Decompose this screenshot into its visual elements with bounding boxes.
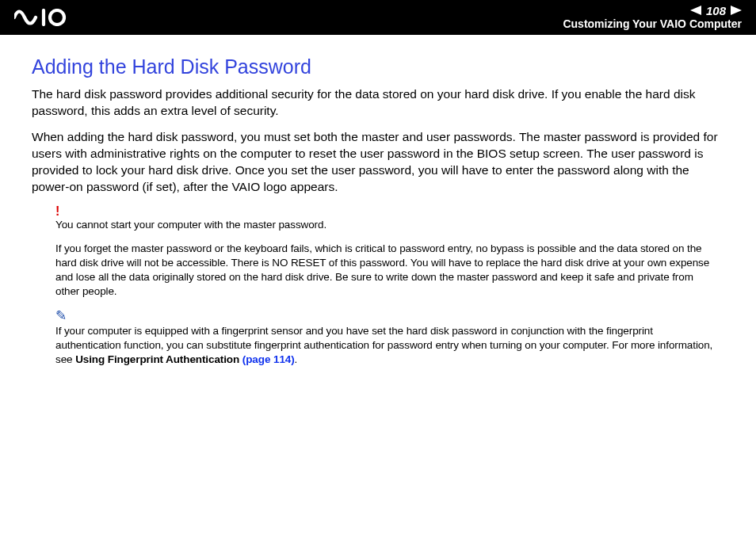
tip-note: ✎ If your computer is equipped with a fi… — [55, 309, 716, 368]
intro-paragraph-2: When adding the hard disk password, you … — [32, 129, 724, 196]
page-title: Adding the Hard Disk Password — [32, 55, 724, 78]
next-page-arrow[interactable] — [731, 5, 742, 18]
tip-text: If your computer is equipped with a fing… — [55, 324, 716, 368]
page-content: Adding the Hard Disk Password The hard d… — [0, 35, 756, 367]
tip-bold: Using Fingerprint Authentication — [75, 353, 242, 365]
warning-text-1: You cannot start your computer with the … — [55, 218, 716, 232]
tip-link[interactable]: (page 114) — [242, 353, 295, 365]
svg-marker-3 — [731, 6, 742, 15]
page-header: 108 Customizing Your VAIO Computer — [0, 0, 756, 35]
page-navigation: 108 — [563, 5, 742, 18]
header-right: 108 Customizing Your VAIO Computer — [563, 5, 742, 30]
prev-page-arrow[interactable] — [690, 5, 701, 18]
section-label: Customizing Your VAIO Computer — [563, 18, 742, 30]
svg-point-1 — [50, 10, 64, 25]
warning-text-2: If you forget the master password or the… — [55, 242, 716, 299]
page-number: 108 — [706, 5, 726, 18]
tip-suffix: . — [295, 353, 298, 365]
intro-paragraph-1: The hard disk password provides addition… — [32, 86, 724, 120]
vaio-logo — [14, 9, 101, 26]
warning-icon: ! — [55, 205, 716, 218]
tip-icon: ✎ — [55, 309, 716, 322]
svg-marker-2 — [690, 6, 701, 15]
warning-note: ! You cannot start your computer with th… — [55, 205, 716, 299]
